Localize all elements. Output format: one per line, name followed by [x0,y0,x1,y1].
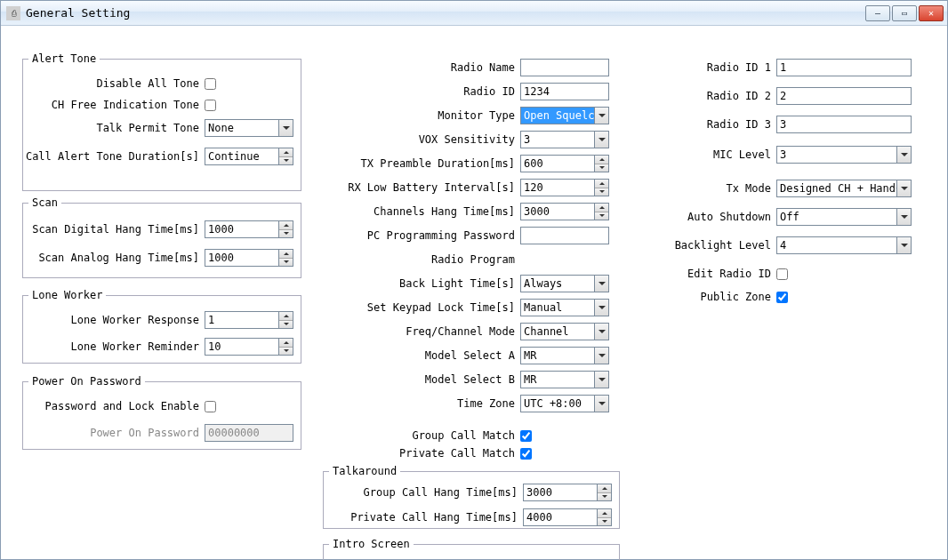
spinner-scan-digital[interactable]: 1000 [205,220,293,238]
chevron-down-icon[interactable] [594,300,608,316]
chevron-down-icon[interactable] [279,259,293,267]
chevron-up-icon[interactable] [279,312,293,321]
legend-intro-screen: Intro Screen [329,538,414,550]
spinner-call-alert-duration[interactable]: Continue [205,148,293,165]
label-monitor-type: Monitor Type [330,109,520,122]
select-backlight-level[interactable]: 4 [776,236,912,254]
chevron-down-icon[interactable] [598,493,611,501]
chevron-up-icon[interactable] [279,339,293,348]
chevron-down-icon[interactable] [594,324,608,340]
chevron-down-icon[interactable] [896,180,911,196]
chevron-down-icon[interactable] [595,188,608,196]
window-title: General Setting [26,6,865,20]
chevron-down-icon[interactable] [594,276,608,292]
label-group-hang: Group Call Hang Time[ms] [324,486,523,499]
label-backlight-time: Back Light Time[s] [330,277,520,290]
chevron-up-icon[interactable] [279,221,293,230]
chevron-down-icon[interactable] [594,396,608,412]
chevron-up-icon[interactable] [598,509,611,518]
app-icon: ⎙ [6,6,20,20]
chevron-up-icon[interactable] [595,156,608,164]
chevron-down-icon[interactable] [279,230,293,238]
spinner-tx-preamble[interactable]: 600 [520,155,609,172]
input-pc-prog-pw[interactable] [520,227,609,244]
select-model-b[interactable]: MR [520,371,609,388]
chevron-down-icon[interactable] [595,212,608,220]
chevron-down-icon[interactable] [896,237,911,253]
label-model-b: Model Select B [330,373,520,386]
label-talk-permit-tone: Talk Permit Tone [23,122,205,134]
label-public-zone: Public Zone [641,291,776,303]
group-alert-tone: Alert Tone Disable All Tone CH Free Indi… [22,52,301,191]
legend-scan: Scan [28,196,61,209]
select-auto-shutdown[interactable]: Off [776,208,912,226]
checkbox-password-enable[interactable] [205,401,216,412]
checkbox-public-zone[interactable] [776,292,788,303]
label-private-hang: Private Call Hang Time[ms] [324,511,523,524]
label-private-call-match: Private Call Match [330,447,520,460]
spinner-scan-analog[interactable]: 1000 [205,249,293,267]
chevron-down-icon[interactable] [598,518,611,526]
group-intro-screen: Intro Screen [323,538,620,560]
select-time-zone[interactable]: UTC +8:00 [520,395,609,412]
select-backlight-time[interactable]: Always [520,275,609,292]
chevron-up-icon[interactable] [598,484,611,493]
chevron-down-icon[interactable] [279,321,293,329]
spinner-private-hang[interactable]: 4000 [523,508,612,526]
chevron-down-icon[interactable] [595,164,608,172]
chevron-down-icon[interactable] [594,108,608,124]
checkbox-ch-free-tone[interactable] [205,100,216,111]
label-auto-shutdown: Auto Shutdown [641,211,776,223]
select-freq-channel[interactable]: Channel [520,323,609,340]
chevron-down-icon[interactable] [594,348,608,364]
select-monitor-type[interactable]: Open Squelch [520,107,609,124]
checkbox-edit-radio-id[interactable] [776,268,788,280]
input-radio-id2[interactable] [776,87,912,105]
minimize-button[interactable]: — [865,5,890,21]
chevron-down-icon[interactable] [594,372,608,388]
spinner-group-hang[interactable]: 3000 [523,484,612,501]
spinner-channels-hang[interactable]: 3000 [520,203,609,220]
chevron-up-icon[interactable] [279,250,293,259]
chevron-up-icon[interactable] [279,148,293,157]
label-password-enable: Password and Lock Enable [23,400,205,412]
label-backlight-level: Backlight Level [641,239,776,252]
label-radio-id2: Radio ID 2 [641,90,776,102]
input-radio-name[interactable] [520,59,609,76]
checkbox-disable-all-tone[interactable] [205,78,216,90]
chevron-down-icon[interactable] [594,132,608,148]
checkbox-group-call-match[interactable] [520,430,532,442]
chevron-up-icon[interactable] [595,204,608,212]
spinner-rx-low-batt[interactable]: 120 [520,179,609,196]
spinner-lone-reminder[interactable]: 10 [205,338,293,356]
chevron-up-icon[interactable] [595,180,608,188]
legend-lone-worker: Lone Worker [28,289,106,301]
input-radio-id3[interactable] [776,116,912,133]
spinner-lone-response[interactable]: 1 [205,311,293,329]
input-radio-id[interactable] [520,83,609,100]
close-button[interactable]: ✕ [919,5,944,21]
select-talk-permit-tone[interactable]: None [205,119,293,137]
label-lone-reminder: Lone Worker Reminder [23,340,205,353]
label-disable-all-tone: Disable All Tone [23,77,205,90]
group-lone-worker: Lone Worker Lone Worker Response 1 Lone … [22,289,301,364]
chevron-down-icon[interactable] [279,157,293,165]
chevron-down-icon[interactable] [896,147,911,163]
chevron-down-icon[interactable] [279,348,293,356]
select-mic-level[interactable]: 3 [776,146,912,164]
legend-alert-tone: Alert Tone [28,52,100,65]
select-tx-mode[interactable]: Designed CH + HandCH [776,180,912,197]
select-keypad-lock[interactable]: Manual [520,299,609,316]
checkbox-private-call-match[interactable] [520,448,532,460]
chevron-down-icon[interactable] [278,120,293,136]
group-power-on-password: Power On Password Password and Lock Enab… [22,375,301,450]
maximize-button[interactable]: ▭ [892,5,917,21]
input-power-on-password [205,424,293,442]
select-vox-sensitivity[interactable]: 3 [520,131,609,148]
label-scan-analog: Scan Analog Hang Time[ms] [23,252,205,264]
input-radio-id1[interactable] [776,59,912,76]
chevron-down-icon[interactable] [896,209,911,225]
label-group-call-match: Group Call Match [330,429,520,442]
select-model-a[interactable]: MR [520,347,609,364]
label-pc-prog-pw: PC Programming Password [330,229,520,242]
